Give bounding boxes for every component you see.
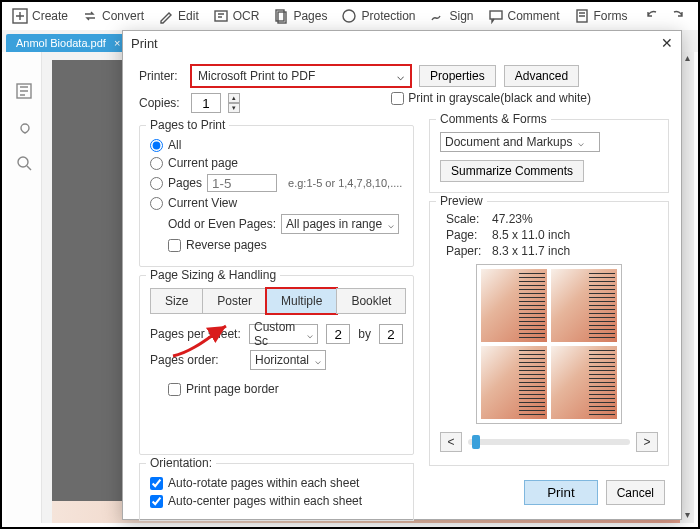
- copies-spinner[interactable]: ▴▾: [228, 93, 240, 113]
- advanced-button[interactable]: Advanced: [504, 65, 579, 87]
- attachments-icon[interactable]: [15, 118, 33, 136]
- preview-scale: 47.23%: [492, 212, 533, 226]
- preview-legend: Preview: [436, 194, 487, 208]
- dialog-titlebar: Print ✕: [123, 31, 681, 55]
- tb-create[interactable]: Create: [6, 6, 74, 26]
- preview-prev-button[interactable]: <: [440, 432, 462, 452]
- tb-pages[interactable]: Pages: [267, 6, 333, 26]
- preview-next-button[interactable]: >: [636, 432, 658, 452]
- preview-page-3: [481, 346, 547, 419]
- comments-select[interactable]: Document and Markups: [440, 132, 600, 152]
- tb-label: Comment: [508, 9, 560, 23]
- scroll-up-icon[interactable]: ▴: [682, 52, 692, 66]
- sign-icon: [429, 8, 445, 24]
- print-dialog: Print ✕ Printer: Microsoft Print to PDF …: [122, 30, 682, 520]
- grayscale-checkbox[interactable]: Print in grayscale(black and white): [391, 91, 591, 105]
- cancel-button[interactable]: Cancel: [606, 480, 665, 505]
- tb-label: Protection: [361, 9, 415, 23]
- tb-label: Edit: [178, 9, 199, 23]
- preview-slider-handle[interactable]: [472, 435, 480, 449]
- tab-multiple[interactable]: Multiple: [266, 288, 337, 314]
- redo-icon[interactable]: [670, 8, 686, 24]
- preview-thumbnail: [476, 264, 622, 424]
- sizing-group: Page Sizing & Handling Size Poster Multi…: [139, 275, 414, 455]
- order-select[interactable]: Horizontal: [250, 350, 326, 370]
- dialog-actions: Print Cancel: [524, 480, 665, 505]
- sizing-legend: Page Sizing & Handling: [146, 268, 280, 282]
- pages-range-input[interactable]: [207, 174, 277, 192]
- radio-pages[interactable]: Pages e.g:1-5 or 1,4,7,8,10,....: [150, 174, 403, 192]
- print-button[interactable]: Print: [524, 480, 597, 505]
- auto-center-checkbox[interactable]: Auto-center pages within each sheet: [150, 494, 403, 508]
- svg-rect-5: [490, 11, 502, 19]
- edit-icon: [158, 8, 174, 24]
- odd-even-select[interactable]: All pages in range: [281, 214, 399, 234]
- sizing-tabs: Size Poster Multiple Booklet: [150, 288, 403, 314]
- preview-paper: 8.3 x 11.7 inch: [492, 244, 570, 258]
- tb-sign[interactable]: Sign: [423, 6, 479, 26]
- undo-icon[interactable]: [644, 8, 660, 24]
- comments-legend: Comments & Forms: [436, 112, 551, 126]
- tb-label: Pages: [293, 9, 327, 23]
- close-tab-icon[interactable]: ×: [114, 37, 120, 49]
- app-toolbar: Create Convert Edit OCR Pages Protection…: [2, 2, 698, 30]
- pages-to-print-group: Pages to Print All Current page Pages e.…: [139, 125, 414, 267]
- file-tab[interactable]: Anmol Biodata.pdf ×: [6, 34, 130, 52]
- pages-legend: Pages to Print: [146, 118, 229, 132]
- tb-convert[interactable]: Convert: [76, 6, 150, 26]
- svg-point-8: [18, 157, 28, 167]
- preview-page-4: [551, 346, 617, 419]
- preview-page-1: [481, 269, 547, 342]
- forms-icon: [574, 8, 590, 24]
- radio-all[interactable]: All: [150, 138, 403, 152]
- order-label: Pages order:: [150, 353, 242, 367]
- close-icon[interactable]: ✕: [661, 35, 673, 51]
- tab-poster[interactable]: Poster: [202, 288, 267, 314]
- svg-point-4: [343, 10, 355, 22]
- pps-cols-input[interactable]: [326, 324, 350, 344]
- tab-booklet[interactable]: Booklet: [336, 288, 406, 314]
- odd-even-row: Odd or Even Pages: All pages in range: [168, 214, 403, 234]
- tb-ocr[interactable]: OCR: [207, 6, 266, 26]
- convert-icon: [82, 8, 98, 24]
- scroll-down-icon[interactable]: ▾: [682, 509, 692, 523]
- preview-slider[interactable]: [468, 439, 630, 445]
- file-tab-label: Anmol Biodata.pdf: [16, 37, 106, 49]
- tb-comment[interactable]: Comment: [482, 6, 566, 26]
- preview-pager: < >: [440, 432, 658, 452]
- vertical-scrollbar[interactable]: ▴ ▾: [680, 52, 694, 523]
- tab-size[interactable]: Size: [150, 288, 203, 314]
- pps-rows-input[interactable]: [379, 324, 403, 344]
- printer-select[interactable]: Microsoft Print to PDF ⌵: [191, 65, 411, 87]
- order-row: Pages order: Horizontal: [150, 350, 403, 370]
- pps-by: by: [358, 327, 371, 341]
- tb-label: Sign: [449, 9, 473, 23]
- search-icon[interactable]: [15, 154, 33, 172]
- copies-input[interactable]: [191, 93, 221, 113]
- properties-button[interactable]: Properties: [419, 65, 496, 87]
- orientation-legend: Orientation:: [146, 456, 216, 470]
- auto-rotate-checkbox[interactable]: Auto-rotate pages within each sheet: [150, 476, 403, 490]
- summarize-button[interactable]: Summarize Comments: [440, 160, 584, 182]
- thumbnails-icon[interactable]: [15, 82, 33, 100]
- radio-current-page[interactable]: Current page: [150, 156, 403, 170]
- copies-label: Copies:: [139, 96, 183, 110]
- reverse-checkbox[interactable]: Reverse pages: [168, 238, 403, 252]
- comment-icon: [488, 8, 504, 24]
- printer-row: Printer: Microsoft Print to PDF ⌵ Proper…: [139, 65, 669, 87]
- pps-row: Pages per sheet: Custom Sc by: [150, 324, 403, 344]
- orientation-group: Orientation: Auto-rotate pages within ea…: [139, 463, 414, 521]
- tb-label: Create: [32, 9, 68, 23]
- chevron-down-icon: ⌵: [397, 69, 404, 83]
- odd-even-label: Odd or Even Pages:: [168, 217, 276, 231]
- shield-icon: [341, 8, 357, 24]
- grayscale-label: Print in grayscale(black and white): [408, 91, 591, 105]
- print-border-checkbox[interactable]: Print page border: [168, 382, 403, 396]
- tb-protection[interactable]: Protection: [335, 6, 421, 26]
- radio-current-view[interactable]: Current View: [150, 196, 403, 210]
- pages-icon: [273, 8, 289, 24]
- tb-edit[interactable]: Edit: [152, 6, 205, 26]
- pps-label: Pages per sheet:: [150, 327, 241, 341]
- tb-forms[interactable]: Forms: [568, 6, 634, 26]
- pps-mode-select[interactable]: Custom Sc: [249, 324, 318, 344]
